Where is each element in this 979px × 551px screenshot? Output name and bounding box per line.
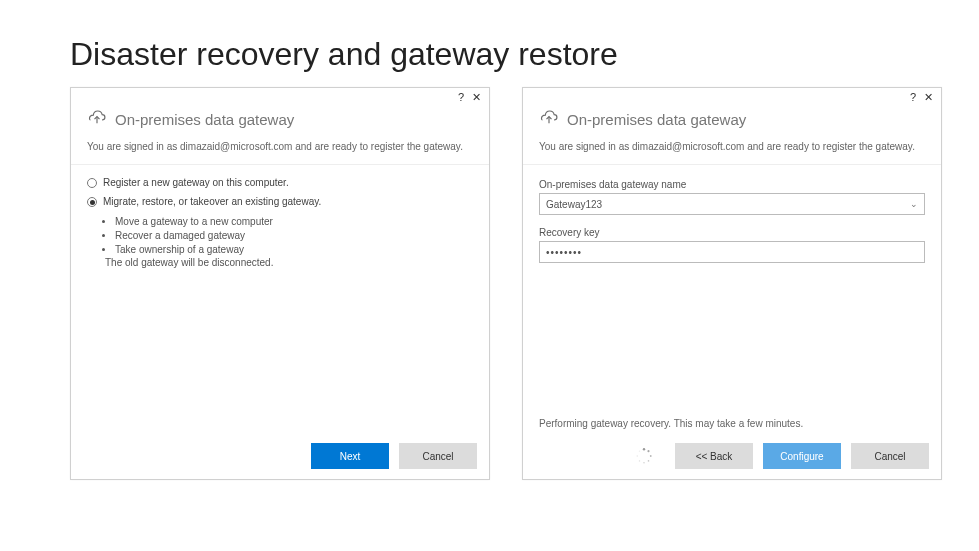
- configure-button[interactable]: Configure: [763, 443, 841, 469]
- recovery-key-input[interactable]: ••••••••: [539, 241, 925, 263]
- svg-point-3: [648, 460, 650, 462]
- gateway-name-value: Gateway123: [546, 199, 602, 210]
- migrate-bullets: Move a gateway to a new computer Recover…: [87, 215, 473, 257]
- radio-selected-icon: [87, 197, 97, 207]
- svg-point-1: [647, 450, 649, 452]
- cancel-button[interactable]: Cancel: [399, 443, 477, 469]
- bullet-item: Move a gateway to a new computer: [115, 215, 473, 229]
- radio-label: Register a new gateway on this computer.: [103, 177, 289, 188]
- recovery-key-value: ••••••••: [546, 247, 582, 258]
- dialog-header: On-premises data gateway: [523, 106, 941, 130]
- close-icon[interactable]: ✕: [924, 92, 933, 106]
- gateway-dialog-register: ? ✕ On-premises data gateway You are sig…: [70, 87, 490, 480]
- slide-title: Disaster recovery and gateway restore: [0, 0, 979, 73]
- radio-label: Migrate, restore, or takeover an existin…: [103, 196, 321, 207]
- title-bar: ? ✕: [523, 88, 941, 106]
- svg-point-4: [643, 462, 645, 464]
- recovery-key-label: Recovery key: [539, 227, 925, 238]
- gateway-name-select[interactable]: Gateway123 ⌄: [539, 193, 925, 215]
- svg-point-7: [639, 450, 640, 451]
- spinner-icon: [635, 447, 653, 465]
- disconnect-note: The old gateway will be disconnected.: [87, 257, 473, 268]
- signed-in-text: You are signed in as dimazaid@microsoft.…: [523, 130, 941, 165]
- svg-point-0: [643, 448, 645, 450]
- dialog-title: On-premises data gateway: [567, 111, 746, 128]
- dialog-footer: Next Cancel: [71, 435, 489, 479]
- dialog-title: On-premises data gateway: [115, 111, 294, 128]
- status-text: Performing gateway recovery. This may ta…: [523, 418, 941, 435]
- help-icon[interactable]: ?: [458, 92, 464, 106]
- dialog-body: On-premises data gateway name Gateway123…: [523, 165, 941, 418]
- gateway-dialog-recover: ? ✕ On-premises data gateway You are sig…: [522, 87, 942, 480]
- cloud-gateway-icon: [87, 110, 107, 128]
- radio-unselected-icon: [87, 178, 97, 188]
- gateway-name-label: On-premises data gateway name: [539, 179, 925, 190]
- signed-in-text: You are signed in as dimazaid@microsoft.…: [71, 130, 489, 165]
- dialogs-wrapper: ? ✕ On-premises data gateway You are sig…: [0, 73, 979, 480]
- svg-point-6: [637, 455, 638, 456]
- title-bar: ? ✕: [71, 88, 489, 106]
- cloud-gateway-icon: [539, 110, 559, 128]
- bullet-item: Take ownership of a gateway: [115, 243, 473, 257]
- radio-register-new[interactable]: Register a new gateway on this computer.: [87, 177, 473, 188]
- svg-point-2: [650, 455, 652, 457]
- bullet-item: Recover a damaged gateway: [115, 229, 473, 243]
- close-icon[interactable]: ✕: [472, 92, 481, 106]
- help-icon[interactable]: ?: [910, 92, 916, 106]
- radio-migrate-restore[interactable]: Migrate, restore, or takeover an existin…: [87, 196, 473, 207]
- dialog-header: On-premises data gateway: [71, 106, 489, 130]
- dialog-body: Register a new gateway on this computer.…: [71, 165, 489, 435]
- dialog-footer: << Back Configure Cancel: [523, 435, 941, 479]
- next-button[interactable]: Next: [311, 443, 389, 469]
- cancel-button[interactable]: Cancel: [851, 443, 929, 469]
- chevron-down-icon: ⌄: [910, 199, 918, 209]
- back-button[interactable]: << Back: [675, 443, 753, 469]
- svg-point-5: [639, 460, 640, 461]
